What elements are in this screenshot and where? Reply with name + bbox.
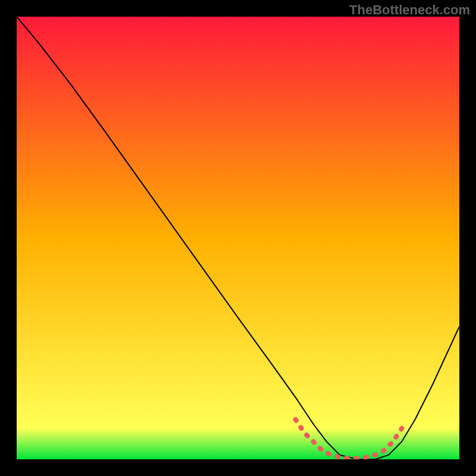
gradient-background <box>17 17 459 459</box>
bottleneck-chart <box>17 17 459 459</box>
watermark-text: TheBottleneck.com <box>349 2 470 18</box>
